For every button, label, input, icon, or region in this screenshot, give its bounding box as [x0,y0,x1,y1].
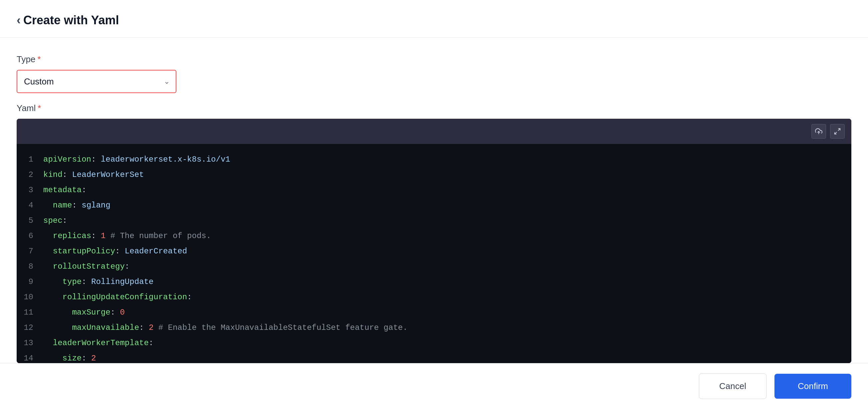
line-num-14: 14 [17,351,43,363]
code-line-1: 1 apiVersion: leaderworkerset.x-k8s.io/v… [17,152,851,167]
yaml-required-star: * [38,103,41,113]
line-num-5: 5 [17,213,43,229]
line-num-1: 1 [17,152,43,167]
type-label: Type * [17,54,851,65]
code-line-2: 2 kind: LeaderWorkerSet [17,167,851,182]
yaml-label-text: Yaml [17,103,36,113]
type-field-group: Type * Custom ⌄ [17,54,851,93]
line-content-10: rollingUpdateConfiguration: [43,289,851,305]
code-line-5: 5 spec: [17,213,851,229]
upload-icon [815,128,823,135]
line-num-8: 8 [17,259,43,274]
line-num-10: 10 [17,289,43,305]
code-line-9: 9 type: RollingUpdate [17,274,851,289]
content-area: Type * Custom ⌄ Yaml * [0,38,868,363]
line-num-9: 9 [17,274,43,289]
line-num-13: 13 [17,336,43,351]
line-content-5: spec: [43,213,851,229]
line-num-11: 11 [17,305,43,320]
back-link[interactable]: ‹ Create with Yaml [17,13,851,27]
code-line-7: 7 startupPolicy: LeaderCreated [17,244,851,259]
type-label-text: Type [17,54,35,65]
line-content-3: metadata: [43,182,851,198]
code-line-12: 12 maxUnavailable: 2 # Enable the MaxUna… [17,320,851,336]
svg-line-1 [838,129,840,131]
code-line-14: 14 size: 2 [17,351,851,363]
line-content-2: kind: LeaderWorkerSet [43,167,851,182]
type-required-star: * [37,54,41,65]
line-num-3: 3 [17,182,43,198]
fullscreen-button[interactable] [830,124,845,139]
line-content-12: maxUnavailable: 2 # Enable the MaxUnavai… [43,320,851,336]
code-line-4: 4 name: sglang [17,198,851,213]
yaml-editor-container: 1 apiVersion: leaderworkerset.x-k8s.io/v… [17,119,851,363]
back-arrow-icon: ‹ [17,13,21,27]
line-content-11: maxSurge: 0 [43,305,851,320]
line-num-4: 4 [17,198,43,213]
code-line-8: 8 rolloutStrategy: [17,259,851,274]
line-content-8: rolloutStrategy: [43,259,851,274]
page-header: ‹ Create with Yaml [0,0,868,38]
editor-body[interactable]: 1 apiVersion: leaderworkerset.x-k8s.io/v… [17,144,851,363]
page-title: Create with Yaml [23,13,119,27]
line-content-9: type: RollingUpdate [43,274,851,289]
code-line-3: 3 metadata: [17,182,851,198]
type-select-wrapper: Custom ⌄ [17,70,176,93]
code-line-6: 6 replicas: 1 # The number of pods. [17,229,851,244]
editor-toolbar [17,119,851,144]
code-line-11: 11 maxSurge: 0 [17,305,851,320]
confirm-button[interactable]: Confirm [774,374,851,399]
line-num-6: 6 [17,229,43,244]
line-content-6: replicas: 1 # The number of pods. [43,229,851,244]
type-select[interactable]: Custom [17,70,176,93]
line-num-12: 12 [17,320,43,336]
fullscreen-icon [834,128,841,135]
code-line-13: 13 leaderWorkerTemplate: [17,336,851,351]
upload-button[interactable] [811,124,826,139]
line-content-13: leaderWorkerTemplate: [43,336,851,351]
line-content-1: apiVersion: leaderworkerset.x-k8s.io/v1 [43,152,851,167]
line-num-2: 2 [17,167,43,182]
yaml-label: Yaml * [17,103,851,113]
cancel-button[interactable]: Cancel [699,373,767,399]
page-container: ‹ Create with Yaml Type * Custom ⌄ Yaml … [0,0,868,409]
line-content-4: name: sglang [43,198,851,213]
page-footer: Cancel Confirm [0,363,868,409]
line-content-14: size: 2 [43,351,851,363]
line-content-7: startupPolicy: LeaderCreated [43,244,851,259]
code-line-10: 10 rollingUpdateConfiguration: [17,289,851,305]
line-num-7: 7 [17,244,43,259]
svg-line-2 [835,132,837,134]
